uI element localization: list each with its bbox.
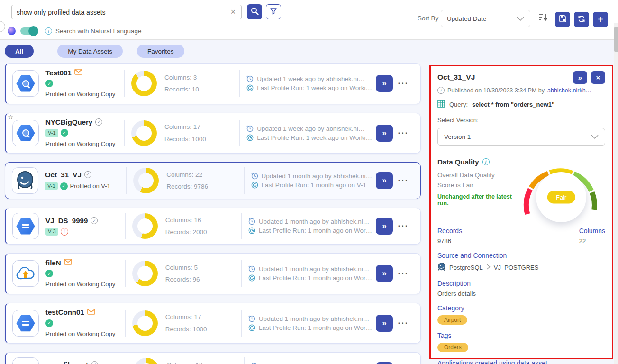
- open-asset-button[interactable]: »: [376, 75, 393, 92]
- profiled-check-icon: ✓: [45, 270, 53, 277]
- search-box: ×: [11, 5, 242, 19]
- source-section: Source and Connection PostgreSQL VJ_POST…: [437, 252, 605, 273]
- records-count: Records: 10: [164, 83, 233, 96]
- asset-name[interactable]: Test001: [45, 69, 72, 77]
- open-asset-button[interactable]: »: [376, 172, 393, 189]
- tab-all[interactable]: All: [5, 45, 34, 58]
- asset-card[interactable]: Test001 ✓Profiled on Working Copy Column…: [5, 63, 421, 104]
- open-asset-button[interactable]: »: [376, 265, 393, 282]
- last-profile-run: Last Profile Run: 1 month ago on Wor…: [259, 274, 372, 282]
- sort-by-select[interactable]: Updated Date: [441, 10, 530, 27]
- asset-stats: Columns: 3 Records: 10: [164, 72, 233, 96]
- applications-section: Applications created using data asset 1: [437, 359, 605, 364]
- columns-count: Columns: 3: [164, 72, 233, 84]
- save-icon: [559, 15, 567, 24]
- version-select[interactable]: Version 1: [437, 128, 605, 146]
- divider: [241, 310, 242, 337]
- divider: [125, 213, 126, 239]
- query-text: select * from "orders_new1": [472, 101, 554, 108]
- updated-info: Updated 1 month ago by abhishek.ni…: [262, 173, 372, 180]
- connection-name: VJ_POSTGRES: [494, 264, 539, 271]
- category-badge: Airport: [437, 315, 467, 325]
- updated-clock-icon: [251, 173, 258, 180]
- search-input[interactable]: [17, 9, 229, 16]
- profile-run-icon: [246, 134, 254, 141]
- open-asset-button[interactable]: »: [376, 218, 393, 235]
- search-button[interactable]: [247, 4, 262, 19]
- asset-name-block: new_file_uat ✓ V-1 ✓Profiled on V-1: [45, 361, 120, 364]
- more-options-button[interactable]: ···: [393, 269, 414, 278]
- panel-title: Oct_31_VJ: [437, 71, 475, 82]
- refresh-button[interactable]: [574, 12, 589, 27]
- asset-activity: Updated 1 month ago by abhishek.ni… Last…: [248, 313, 372, 333]
- last-profile-run: Last Profile Run: 1 month ago on Wor…: [259, 227, 372, 234]
- published-check-icon: ✓: [91, 361, 98, 364]
- profile-donut-chart: [132, 213, 158, 239]
- tab-favorites[interactable]: Favorites: [137, 45, 184, 58]
- more-options-button[interactable]: ···: [393, 79, 414, 88]
- version-badge: V-1: [45, 129, 58, 137]
- last-profile-run: Last Profile Run: 1 week ago on Worki…: [257, 84, 372, 91]
- divider: [244, 357, 245, 364]
- warning-icon[interactable]: !: [61, 228, 68, 236]
- profile-run-icon: [248, 274, 255, 282]
- asset-name-block: Oct_31_VJ ✓ V-1 ✓Profiled on V-1: [45, 171, 119, 191]
- page-scrollbar[interactable]: [614, 23, 618, 364]
- asset-detail-panel: Oct_31_VJ » × ✓ Published on 10/30/2023 …: [431, 66, 612, 358]
- source-label: Source and Connection: [437, 252, 605, 259]
- asset-activity: Updated 1 week ago by abhishek.ni… Last …: [246, 73, 372, 93]
- open-asset-button[interactable]: »: [376, 315, 393, 332]
- profile-run-icon: [248, 227, 255, 234]
- asset-name-block: NYCBigQuery ✓ V-1 ✓Profiled on Working C…: [45, 118, 118, 149]
- sort-direction-button[interactable]: [539, 13, 548, 24]
- asset-name[interactable]: NYCBigQuery: [45, 118, 92, 126]
- clear-search-icon[interactable]: ×: [229, 7, 236, 17]
- close-panel-button[interactable]: ×: [591, 71, 605, 84]
- cloud-icon: [12, 260, 39, 287]
- asset-card[interactable]: ☆ NYCBigQuery ✓ V-1 ✓Profiled on Working…: [5, 113, 421, 154]
- profile-donut-chart: [131, 71, 157, 96]
- category-label: Category: [437, 304, 605, 312]
- asset-name[interactable]: testConn01: [45, 308, 84, 316]
- natural-language-row: i Search with Natural Language: [0, 24, 142, 38]
- asset-name[interactable]: Oct_31_VJ: [45, 171, 82, 179]
- query-label: Query:: [449, 101, 468, 108]
- records-block: Records 9786: [437, 227, 462, 245]
- asset-activity: Updated 1 week ago by abhishek.ni… Last …: [246, 123, 372, 143]
- updated-info: Updated 1 week ago by abhishek.ni…: [257, 75, 364, 82]
- asset-card[interactable]: fileN ✓Profiled on Working Copy Columns:…: [5, 253, 421, 294]
- more-options-button[interactable]: ···: [393, 318, 414, 328]
- asset-card[interactable]: testConn01 ✓Profiled on Working Copy Col…: [5, 303, 421, 344]
- more-options-button[interactable]: ···: [393, 221, 414, 231]
- dataset-icon: [12, 310, 39, 337]
- filter-button[interactable]: [266, 4, 281, 19]
- updated-clock-icon: [246, 75, 254, 82]
- more-options-button[interactable]: ···: [393, 176, 414, 185]
- favorite-star-icon[interactable]: ☆: [8, 113, 14, 121]
- asset-stats: Columns: 17 Records: 1000: [165, 311, 235, 335]
- open-asset-button[interactable]: »: [376, 362, 393, 364]
- divider: [124, 120, 125, 146]
- tab-my-data-assets[interactable]: My Data Assets: [57, 45, 123, 58]
- postgres-icon: [12, 167, 38, 194]
- published-by-link[interactable]: abhishek.nirkh…: [547, 87, 591, 94]
- more-options-button[interactable]: ···: [393, 128, 414, 138]
- info-icon[interactable]: i: [482, 158, 490, 165]
- records-count: Records: 2000: [165, 226, 235, 238]
- asset-card[interactable]: Oct_31_VJ ✓ V-1 ✓Profiled on V-1 Columns…: [5, 162, 421, 199]
- scrollbar-thumb[interactable]: [614, 27, 618, 52]
- save-button[interactable]: [555, 12, 570, 27]
- records-label: Records: [437, 227, 462, 235]
- asset-card[interactable]: VJ_DS_9999 ✓ V-3 ! Columns: 16 Records: …: [5, 208, 421, 245]
- expand-panel-button[interactable]: »: [573, 71, 587, 84]
- open-asset-button[interactable]: »: [376, 125, 393, 142]
- profiled-check-icon: ✓: [45, 80, 53, 87]
- asset-name[interactable]: VJ_DS_9999: [45, 217, 88, 225]
- profiled-check-icon: ✓: [61, 129, 68, 136]
- add-asset-button[interactable]: +: [593, 12, 608, 27]
- asset-name[interactable]: new_file_uat: [45, 361, 88, 364]
- nl-search-toggle[interactable]: [20, 27, 37, 35]
- records-count: Records: 9786: [166, 181, 237, 193]
- asset-name[interactable]: fileN: [45, 259, 61, 267]
- asset-card[interactable]: new_file_uat ✓ V-1 ✓Profiled on V-1 Colu…: [5, 352, 421, 364]
